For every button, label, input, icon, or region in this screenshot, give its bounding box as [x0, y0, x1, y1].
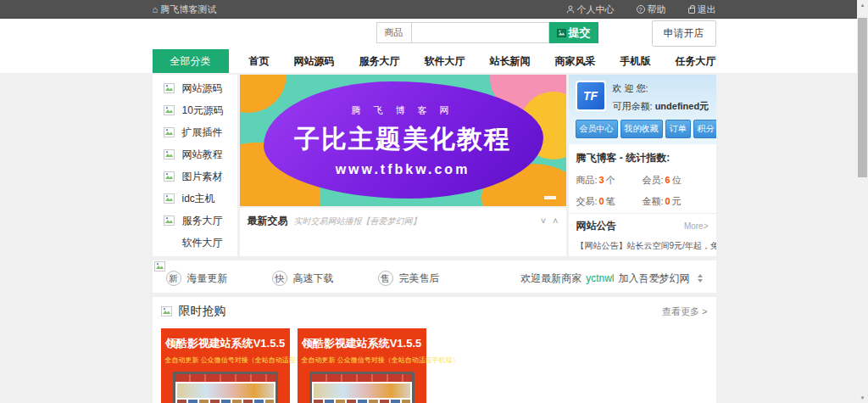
points-button[interactable]: 积分: [693, 120, 716, 138]
screenshot-navbar: [175, 374, 275, 382]
product-screenshot: [173, 372, 278, 403]
sidebar-label: 网站教程: [182, 148, 223, 162]
broken-image-icon: [164, 171, 175, 182]
stats-title: 腾飞博客 - 统计指数:: [576, 151, 709, 165]
header: 商品 提交 申请开店 全部分类 首页 网站源码 服务大厅 软件大厅 站长新闻 商…: [0, 19, 868, 73]
site-title: 腾飞博客测试: [160, 3, 216, 16]
favorites-button[interactable]: 我的收藏: [620, 120, 663, 138]
sidebar-item-software-hall[interactable]: 软件大厅: [153, 232, 237, 254]
banner-brand: 腾 飞 博 客 网: [351, 104, 453, 117]
sidebar-item-tutorials[interactable]: 网站教程: [153, 143, 237, 165]
broken-image-icon: [164, 149, 175, 160]
sidebar-item-source-code[interactable]: 网站源码: [153, 77, 237, 99]
sidebar-item-plugins[interactable]: 扩展插件: [153, 121, 237, 143]
nav-item-source-code[interactable]: 网站源码: [294, 54, 335, 69]
sidebar-item-10yuan-source[interactable]: 10元源码: [153, 99, 237, 121]
member-center-button[interactable]: 会员中心: [576, 120, 618, 138]
screenshot-grid: [314, 400, 410, 403]
site-notice-section: 网站公告 More> 【网站公告】站长云空间9元/年起，免费... [01/20…: [569, 213, 716, 256]
sidebar-item-image-material[interactable]: 图片素材: [153, 165, 237, 188]
stat-members: 会员:6位: [643, 174, 709, 187]
notice-more-link[interactable]: More>: [684, 221, 709, 231]
feature-strip: 新 海量更新 快 高速下载 售 完美售后 欢迎最新商家 yctnwl 加入吾爱梦…: [153, 260, 716, 293]
trades-title: 最新交易: [248, 214, 288, 228]
help-link[interactable]: ? 帮助: [637, 3, 666, 16]
user-center-link[interactable]: 个人中心: [566, 3, 615, 16]
feature-badge: 快: [272, 271, 287, 286]
flash-sale-panel: 限时抢购 查看更多 > 领酷影视建站系统V1.5.5 全自动更新 公众微信号对接…: [153, 297, 716, 403]
screenshot-navbar: [312, 374, 412, 382]
screenshot-banner: [314, 383, 410, 398]
latest-trades-panel: 最新交易 实时交易网站播报【吾爱梦幻网】 ˅ ˄: [240, 208, 566, 256]
screenshot-grid: [177, 400, 274, 403]
site-stats-section: 腾飞博客 - 统计指数: 商品:3个 会员:6位 交易:0笔 金额:0元: [569, 144, 716, 213]
notice-item[interactable]: 【网站公告】站长云空间9元/年起，免费... [01/20]: [576, 240, 709, 252]
merchant-welcome-ticker: 欢迎最新商家 yctnwl 加入吾爱梦幻网: [520, 271, 702, 286]
broken-image-icon: [154, 261, 165, 271]
site-title-link[interactable]: ⌂ 腾飞博客测试: [153, 3, 217, 16]
ticker-down-icon[interactable]: [698, 279, 703, 283]
feature-badge: 售: [378, 271, 393, 286]
welcome-prefix: 欢迎最新商家: [520, 271, 581, 286]
feature-fast-download: 快 高速下载: [272, 271, 334, 286]
scroll-down-icon[interactable]: ▼: [857, 393, 868, 403]
stat-amount: 金额:0元: [643, 195, 709, 208]
sidebar-item-idc-host[interactable]: idc主机: [153, 188, 237, 210]
nav-item-mobile-version[interactable]: 手机版: [620, 54, 651, 69]
orders-button[interactable]: 订单: [665, 120, 691, 138]
nav-item-software-hall[interactable]: 软件大厅: [425, 54, 465, 69]
feature-label: 海量更新: [187, 271, 228, 286]
chevron-up-icon[interactable]: ˄: [553, 216, 558, 226]
balance-label: 可用余额:: [613, 101, 653, 111]
open-shop-button[interactable]: 申请开店: [652, 20, 716, 47]
nav-item-merchant-style[interactable]: 商家风采: [555, 54, 596, 69]
product-card[interactable]: 领酷影视建站系统V1.5.5 全自动更新 公众微信号对接（全站自动适应手机端）: [298, 328, 426, 403]
sidebar-label: 软件大厅: [182, 236, 223, 250]
banner-carousel[interactable]: 腾 飞 博 客 网 子比主题美化教程 www.tfbkw.com: [240, 75, 566, 206]
notice-title: 网站公告: [576, 219, 617, 233]
view-more-link[interactable]: 查看更多 >: [662, 305, 707, 318]
all-categories-button[interactable]: 全部分类: [153, 49, 229, 73]
nav-item-webmaster-news[interactable]: 站长新闻: [490, 54, 531, 69]
home-icon: ⌂: [153, 5, 159, 14]
main-nav: 全部分类 首页 网站源码 服务大厅 软件大厅 站长新闻 商家风采 手机版 任务大…: [153, 49, 716, 73]
sidebar-label: idc主机: [182, 192, 215, 206]
broken-image-icon: [164, 127, 175, 137]
chevron-down-icon[interactable]: ˅: [541, 216, 546, 226]
search-submit-button[interactable]: 提交: [549, 22, 598, 43]
main-content: 网站源码 10元源码 扩展插件 网站教程 图片素材 idc主机 服务大厅 软件: [153, 75, 716, 256]
page-scrollbar[interactable]: ▲ ▼: [857, 0, 868, 403]
merchant-name-link[interactable]: yctnwl: [586, 272, 614, 284]
search-input[interactable]: [411, 22, 549, 43]
feature-label: 高速下载: [293, 271, 334, 286]
scroll-up-icon[interactable]: ▲: [857, 0, 868, 10]
search-category-select[interactable]: 商品: [376, 22, 411, 43]
sidebar-item-service-hall[interactable]: 服务大厅: [153, 210, 237, 232]
welcome-suffix: 加入吾爱梦幻网: [619, 271, 690, 286]
product-card[interactable]: 领酷影视建站系统V1.5.5 全自动更新 公众微信号对接（全站自动适应手机端）: [161, 328, 290, 403]
category-sidebar: 网站源码 10元源码 扩展插件 网站教程 图片素材 idc主机 服务大厅 软件: [153, 75, 237, 256]
help-label: 帮助: [648, 3, 666, 16]
person-icon: [566, 5, 575, 14]
trades-subtitle: 实时交易网站播报【吾爱梦幻网】: [294, 215, 421, 227]
sidebar-label: 扩展插件: [182, 126, 223, 140]
search-bar: 商品 提交: [376, 22, 598, 43]
lock-icon: [688, 8, 695, 14]
carousel-indicator[interactable]: [544, 196, 556, 199]
product-subtitle: 全自动更新 公众微信号对接（全站自动适应手机端）: [302, 355, 422, 365]
nav-item-task-hall[interactable]: 任务大厅: [676, 54, 716, 69]
nav-item-service-hall[interactable]: 服务大厅: [359, 54, 400, 69]
broken-image-icon: [161, 306, 172, 316]
broken-image-icon: [164, 83, 175, 93]
sidebar-label: 网站源码: [182, 81, 223, 96]
logout-link[interactable]: 退出: [688, 3, 716, 16]
user-center-label: 个人中心: [577, 3, 615, 16]
avatar[interactable]: TF: [576, 81, 606, 111]
broken-image-icon: [164, 215, 175, 226]
center-column: 腾 飞 博 客 网 子比主题美化教程 www.tfbkw.com 最新交易 实时…: [240, 75, 566, 256]
product-screenshot: [309, 372, 415, 403]
nav-item-home[interactable]: 首页: [249, 54, 270, 69]
ticker-up-icon[interactable]: [698, 274, 703, 277]
scrollbar-thumb[interactable]: [858, 18, 867, 177]
logout-label: 退出: [698, 3, 716, 16]
